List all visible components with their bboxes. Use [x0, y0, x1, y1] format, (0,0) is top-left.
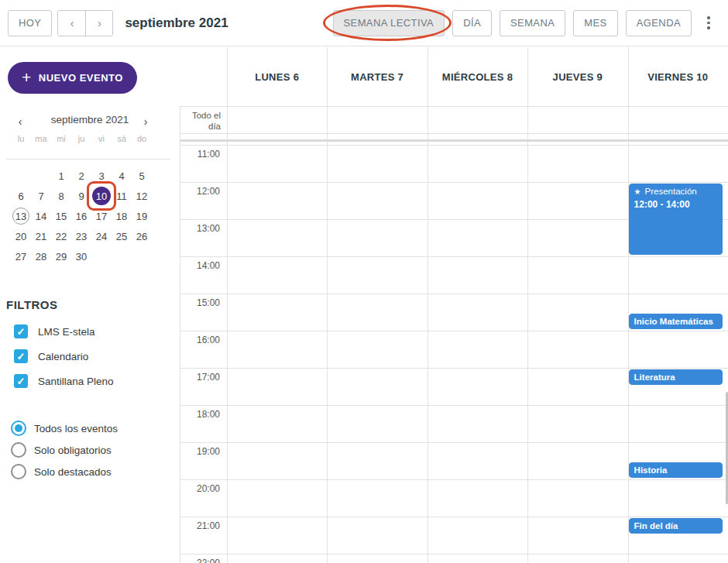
mini-calendar-day-22[interactable]: 22: [51, 226, 71, 246]
mini-calendar-divider: [6, 159, 170, 160]
day-number: 8: [52, 187, 70, 205]
new-event-button[interactable]: + NUEVO EVENTO: [8, 62, 137, 94]
day-number: [92, 247, 111, 266]
day-number: 29: [52, 247, 70, 266]
more-options-button[interactable]: [700, 10, 717, 36]
mini-calendar-day-20[interactable]: 20: [11, 226, 31, 246]
mini-calendar-day-11[interactable]: 11: [112, 186, 132, 206]
mini-calendar-day-28[interactable]: 28: [31, 246, 51, 266]
mini-calendar-day-18[interactable]: 18: [112, 206, 132, 226]
day-number: 10: [92, 187, 111, 205]
mini-calendar-day-4[interactable]: 4: [112, 166, 132, 186]
mini-calendar-day-7[interactable]: 7: [31, 186, 51, 206]
all-day-label: Todo el día: [180, 110, 227, 132]
mini-calendar-weekday: ju: [71, 134, 91, 143]
view-button-wrap-agenda: AGENDA: [626, 10, 692, 36]
prev-button[interactable]: ‹: [58, 11, 85, 36]
mini-calendar-day-16[interactable]: 16: [71, 206, 91, 226]
mini-calendar-day-17[interactable]: 17: [91, 206, 112, 226]
mini-calendar-day-21[interactable]: 21: [31, 226, 51, 246]
day-column-1[interactable]: [327, 142, 427, 563]
view-switcher: SEMANA LECTIVADÍASEMANAMESAGENDA: [333, 10, 692, 36]
event-inicio-matematicas[interactable]: Inicio Matemáticas: [629, 314, 723, 329]
day-column-4[interactable]: ★Presentación12:00 - 14:00Inicio Matemát…: [628, 142, 728, 563]
view-button-wrap-semana-lectiva: SEMANA LECTIVA: [333, 10, 445, 36]
event-presentacion[interactable]: ★Presentación12:00 - 14:00: [629, 184, 723, 255]
day-header-viernes-10: VIERNES 10: [628, 47, 728, 107]
mini-calendar-day-26[interactable]: 26: [132, 226, 152, 246]
radio-icon: [11, 442, 26, 458]
mini-calendar-day-19[interactable]: 19: [132, 206, 152, 226]
hour-label-1300: 13:00: [180, 223, 227, 234]
event-historia[interactable]: Historia: [629, 462, 723, 478]
next-button[interactable]: ›: [85, 11, 112, 36]
day-column-3[interactable]: [527, 142, 627, 563]
view-button-dia[interactable]: DÍA: [452, 10, 492, 36]
mini-calendar-weekday: lu: [11, 134, 31, 143]
star-icon: ★: [634, 187, 641, 197]
filter-radio-solo-obligatorios[interactable]: Solo obligatorios: [11, 442, 112, 458]
checkbox-checked-icon: ✓: [14, 349, 28, 363]
mini-calendar-day-29[interactable]: 29: [51, 246, 71, 266]
event-fin-del-dia[interactable]: Fin del día: [629, 518, 723, 534]
hour-label-1800: 18:00: [180, 409, 227, 420]
mini-calendar-day-5[interactable]: 5: [132, 166, 152, 186]
mini-calendar-day-2[interactable]: 2: [71, 166, 91, 186]
mini-calendar-grid: 1234567891011121314151617181920212223242…: [11, 166, 152, 266]
mini-calendar-day-15[interactable]: 15: [51, 206, 71, 226]
day-column-2[interactable]: [428, 142, 527, 563]
filter-checkbox-lms-e-stela[interactable]: ✓LMS E-stela: [14, 324, 95, 339]
mini-calendar-day-14[interactable]: 14: [31, 206, 51, 226]
hour-label-1600: 16:00: [180, 335, 227, 345]
mini-calendar-day-3[interactable]: 3: [91, 166, 112, 186]
day-number: 28: [32, 247, 50, 266]
view-button-semana-lectiva[interactable]: SEMANA LECTIVA: [333, 10, 445, 36]
day-number: 4: [112, 166, 131, 185]
mini-calendar-empty-cell: [132, 246, 152, 266]
filter-radio-todos-los-eventos[interactable]: Todos los eventos: [11, 421, 118, 436]
mini-calendar-day-30[interactable]: 30: [71, 246, 91, 266]
day-number: 18: [112, 207, 131, 225]
day-header-miercoles-8: MIÉRCOLES 8: [428, 47, 527, 107]
day-number: 5: [132, 166, 151, 185]
radio-selected-icon: [11, 421, 26, 436]
mini-calendar-day-13[interactable]: 13: [11, 206, 31, 226]
event-time: 12:00 - 14:00: [634, 199, 717, 211]
mini-calendar-prev-icon[interactable]: ‹: [12, 114, 28, 129]
mini-calendar-day-9[interactable]: 9: [71, 186, 91, 206]
day-column-0[interactable]: [227, 142, 327, 563]
mini-calendar-empty-cell: [112, 246, 132, 266]
view-button-semana[interactable]: SEMANA: [500, 10, 565, 36]
filter-checkbox-santillana-pleno[interactable]: ✓Santillana Pleno: [14, 373, 114, 389]
day-number: 21: [32, 227, 50, 245]
mini-calendar-day-23[interactable]: 23: [71, 226, 91, 246]
mini-calendar-day-25[interactable]: 25: [112, 226, 132, 246]
day-number: 12: [132, 187, 151, 205]
mini-calendar-day-1[interactable]: 1: [51, 166, 71, 186]
filter-checkbox-calendario[interactable]: ✓Calendario: [14, 348, 88, 364]
mini-calendar-weekdays: lumamijuvisádo: [11, 134, 152, 143]
sidebar: + NUEVO EVENTO ‹ septiembre 2021 › lumam…: [0, 47, 180, 563]
mini-calendar-day-10[interactable]: 10: [91, 186, 112, 206]
mini-calendar-day-6[interactable]: 6: [11, 186, 31, 206]
mini-calendar-weekday: mi: [51, 134, 71, 143]
day-number: 19: [132, 207, 151, 225]
kebab-icon: [707, 26, 710, 29]
today-button[interactable]: HOY: [8, 10, 52, 36]
checkbox-label: Santillana Pleno: [38, 376, 114, 387]
hour-label-1400: 14:00: [180, 260, 227, 271]
filter-radio-solo-destacados[interactable]: Solo destacados: [11, 464, 112, 479]
mini-calendar-day-24[interactable]: 24: [91, 226, 112, 246]
mini-calendar-weekday: ma: [31, 134, 51, 143]
mini-calendar-next-icon[interactable]: ›: [138, 114, 153, 129]
view-button-mes[interactable]: MES: [573, 10, 617, 36]
mini-calendar-day-27[interactable]: 27: [11, 246, 31, 266]
event-title: Historia: [634, 465, 668, 476]
mini-calendar-day-12[interactable]: 12: [132, 186, 152, 206]
hour-label-2200: 22:00: [180, 558, 227, 563]
mini-calendar-empty-cell: [11, 166, 31, 186]
mini-calendar-day-8[interactable]: 8: [51, 186, 71, 206]
event-literatura[interactable]: Literatura: [629, 369, 723, 385]
day-header-jueves-9: JUEVES 9: [527, 47, 627, 107]
view-button-agenda[interactable]: AGENDA: [626, 10, 692, 36]
